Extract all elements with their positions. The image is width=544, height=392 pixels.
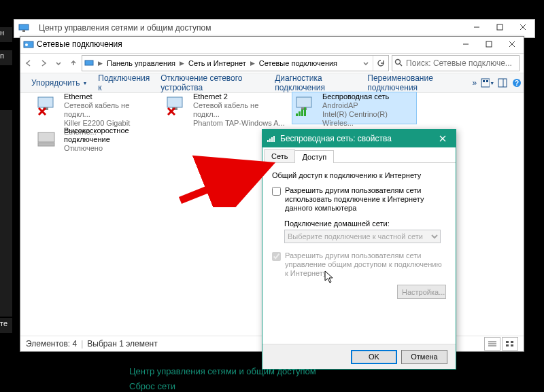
svg-rect-23 — [301, 109, 303, 116]
up-button[interactable] — [67, 56, 80, 70]
rename-connection-button[interactable]: Переименование подключения — [362, 71, 469, 95]
maximize-button[interactable] — [477, 37, 500, 52]
dialog-titlebar: Беспроводная сеть: свойства — [262, 130, 456, 147]
tab-sharing[interactable]: Доступ — [294, 150, 334, 163]
close-button[interactable] — [500, 37, 524, 52]
connection-item-ethernet[interactable]: Ethernet Сетевой кабель не подкл... Kill… — [34, 92, 158, 124]
settings-button[interactable]: Настройка... — [397, 285, 446, 299]
bg-fragment: те — [0, 318, 12, 333]
svg-text:?: ? — [515, 79, 519, 87]
search-placeholder: Поиск: Сетевые подключе... — [406, 58, 512, 68]
dialog-tabs: Сеть Доступ — [262, 147, 456, 163]
breadcrumb-item[interactable]: Сеть и Интернет — [186, 59, 249, 67]
large-icons-view-button[interactable] — [502, 337, 518, 351]
connection-status: Сетевой кабель не подкл... — [64, 101, 158, 119]
chevron-right-icon[interactable]: ▶ — [178, 60, 186, 67]
folder-icon — [23, 39, 34, 50]
svg-rect-0 — [19, 24, 29, 30]
cancel-button[interactable]: Отмена — [401, 350, 447, 364]
forward-button[interactable] — [37, 56, 50, 70]
ok-button[interactable]: OK — [351, 350, 397, 364]
allow-control-checkbox[interactable] — [272, 252, 281, 261]
svg-rect-6 — [85, 60, 93, 65]
details-view-button[interactable] — [484, 337, 500, 351]
wifi-icon — [267, 134, 276, 143]
svg-rect-22 — [299, 111, 301, 116]
allow-sharing-checkbox[interactable] — [272, 187, 281, 196]
bg-fragment: п — [0, 50, 12, 65]
connection-adapter: Phantom TAP-Windows A... — [193, 119, 287, 128]
connect-to-button[interactable]: Подключения к — [92, 71, 155, 95]
search-input[interactable]: Поиск: Сетевые подключе... — [392, 55, 520, 71]
svg-rect-32 — [506, 344, 509, 346]
parent-window-title: Центр управления сетями и общим доступом — [39, 23, 211, 33]
svg-point-4 — [25, 43, 28, 46]
explorer-titlebar: Сетевые подключения — [20, 37, 524, 54]
connection-adapter: Intel(R) Centrino(R) Wireles... — [322, 110, 416, 128]
allow-control-row: Разрешить другим пользователям сети упра… — [272, 251, 446, 278]
item-count: Элементов: 4 — [26, 339, 77, 349]
svg-rect-19 — [296, 97, 311, 107]
svg-rect-9 — [483, 80, 485, 82]
network-center-icon — [18, 22, 29, 33]
change-view-button[interactable]: ▼ — [481, 76, 494, 90]
svg-rect-31 — [511, 341, 513, 343]
connection-item-wireless[interactable]: Беспроводная сеть AndroidAP Intel(R) Cen… — [292, 92, 416, 124]
svg-rect-8 — [481, 79, 490, 87]
allow-control-label: Разрешить другим пользователям сети упра… — [285, 251, 446, 278]
bg-fragment — [0, 110, 12, 317]
svg-point-7 — [396, 60, 401, 65]
svg-rect-36 — [271, 137, 273, 142]
organize-menu[interactable]: Упорядочить▼ — [26, 75, 92, 90]
close-button[interactable] — [511, 20, 534, 35]
cursor-icon — [324, 270, 335, 284]
disable-device-button[interactable]: Отключение сетевого устройства — [155, 71, 269, 95]
preview-pane-button[interactable] — [497, 76, 508, 90]
breadcrumb-item[interactable]: Сетевые подключения — [256, 59, 340, 67]
more-commands-button[interactable]: » — [470, 75, 480, 90]
dialog-body: Общий доступ к подключению к Интернету Р… — [262, 163, 456, 307]
svg-rect-15 — [38, 97, 53, 107]
chevron-down-icon: ▼ — [82, 81, 87, 86]
connection-item-ethernet2[interactable]: Ethernet 2 Сетевой кабель не подкл... Ph… — [163, 92, 287, 124]
connection-item-dialup[interactable]: Высокоскоростное подключение Отключено — [34, 126, 170, 158]
minimize-button[interactable] — [454, 37, 477, 52]
address-dropdown-button[interactable] — [359, 56, 373, 70]
svg-rect-25 — [38, 132, 54, 142]
dialup-disabled-icon — [34, 126, 63, 155]
breadcrumb-item[interactable]: Панель управления — [104, 59, 178, 67]
link-network-center[interactable]: Центр управления сетями и общим доступом — [129, 364, 316, 379]
ethernet-disconnected-icon — [34, 92, 63, 121]
minimize-button[interactable] — [465, 20, 488, 35]
recent-locations-button[interactable] — [52, 56, 65, 70]
home-network-select[interactable]: Выберите подключение к частной сети — [284, 230, 441, 243]
chevron-right-icon[interactable]: ▶ — [97, 60, 104, 67]
svg-rect-30 — [506, 341, 509, 343]
svg-rect-26 — [38, 143, 54, 146]
link-network-reset[interactable]: Сброс сети — [129, 379, 316, 392]
home-network-group: Подключение домашней сети: Выберите подк… — [284, 219, 446, 243]
back-button[interactable] — [22, 56, 35, 70]
connection-name: Ethernet 2 — [193, 92, 287, 101]
refresh-button[interactable] — [373, 56, 388, 71]
command-bar: Упорядочить▼ Подключения к Отключение се… — [20, 73, 524, 93]
bg-fragment: н — [0, 27, 12, 42]
parent-window-titlebar: Центр управления сетями и общим доступом — [14, 19, 535, 38]
ethernet-disconnected-icon — [163, 92, 192, 121]
connection-name: Ethernet — [64, 92, 158, 101]
explorer-title: Сетевые подключения — [37, 39, 122, 49]
svg-rect-5 — [486, 41, 492, 47]
svg-rect-2 — [497, 24, 503, 30]
search-icon — [394, 58, 403, 67]
dialog-close-button[interactable] — [430, 130, 456, 147]
chevron-right-icon[interactable]: ▶ — [249, 60, 256, 67]
allow-sharing-row: Разрешить другим пользователям сети испо… — [272, 186, 446, 213]
svg-rect-35 — [269, 139, 271, 142]
tab-network[interactable]: Сеть — [264, 149, 295, 162]
diagnose-connection-button[interactable]: Диагностика подключения — [269, 71, 362, 95]
address-bar[interactable]: ▶ Панель управления ▶ Сеть и Интернет ▶ … — [82, 55, 389, 71]
help-button[interactable]: ? — [511, 76, 522, 90]
maximize-button[interactable] — [488, 20, 511, 35]
svg-rect-17 — [167, 97, 182, 107]
section-title: Общий доступ к подключению к Интернету — [272, 171, 446, 179]
